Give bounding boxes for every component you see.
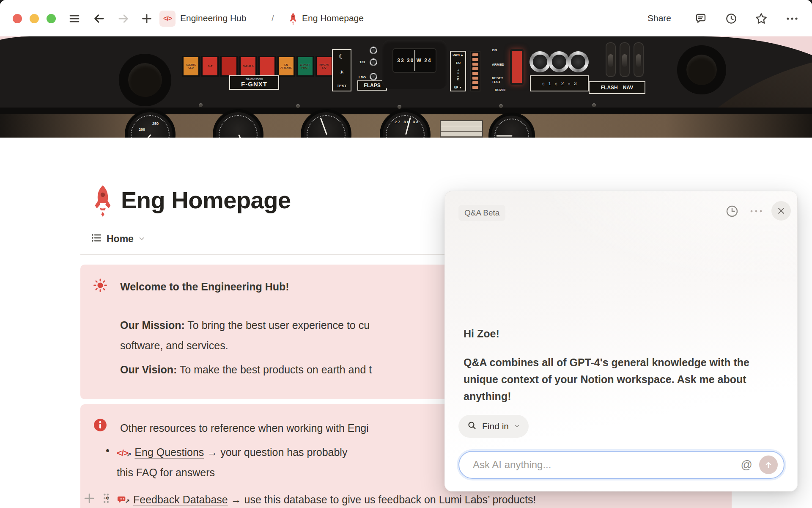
armed-switch bbox=[510, 49, 524, 85]
send-button[interactable] bbox=[759, 456, 778, 474]
titlebar: </> Engineering Hub / Eng Homepage Share bbox=[0, 0, 812, 36]
ask-ai-input-container: @ bbox=[458, 451, 785, 479]
breadcrumb-parent-icon[interactable]: </> bbox=[159, 11, 176, 27]
traffic-close-button[interactable] bbox=[13, 14, 22, 23]
find-in-button[interactable]: Find in bbox=[458, 415, 529, 438]
page-icon-rocket[interactable] bbox=[89, 184, 117, 218]
toggle-switches bbox=[606, 42, 644, 77]
qa-more-options-icon[interactable] bbox=[748, 207, 765, 215]
feedback-database-link[interactable]: Feedback Database bbox=[133, 494, 228, 505]
mission-line: Our Mission: To bring the best user expe… bbox=[120, 318, 370, 332]
rocket-icon bbox=[287, 12, 299, 25]
app-window: </> Engineering Hub / Eng Homepage Share bbox=[0, 0, 812, 508]
panel-knob bbox=[370, 47, 377, 54]
block-handles bbox=[83, 492, 111, 506]
mention-at-icon[interactable]: @ bbox=[741, 458, 752, 472]
flash-nav-plate: FLASHNAV bbox=[589, 81, 645, 94]
mission-line-2: software, and services. bbox=[120, 339, 228, 352]
ldg-label: LDG bbox=[359, 75, 366, 79]
warning-light: EN ATTENTE bbox=[277, 56, 295, 77]
info-icon bbox=[93, 418, 107, 432]
page-title[interactable]: Eng Homepage bbox=[121, 186, 291, 214]
warning-light: ALERTE CED bbox=[182, 56, 200, 77]
chrome-knob bbox=[549, 51, 570, 72]
qa-close-button[interactable] bbox=[771, 201, 791, 221]
new-page-icon[interactable] bbox=[140, 11, 154, 26]
bullet-dot: • bbox=[106, 444, 110, 457]
chevron-down-icon bbox=[138, 235, 145, 244]
compass-housing: 33 30 W 24 bbox=[382, 40, 447, 89]
eng-questions-link[interactable]: Eng Questions bbox=[134, 446, 204, 458]
traffic-zoom-button[interactable] bbox=[47, 14, 56, 23]
search-icon bbox=[467, 420, 477, 432]
list-view-icon bbox=[91, 232, 102, 246]
chrome-knob bbox=[529, 51, 551, 72]
on-label: ON bbox=[492, 48, 497, 52]
rc200-label: RC200 bbox=[495, 88, 505, 92]
resource-bullet-1: </>↗ Eng Questions → your question has p… bbox=[117, 445, 347, 460]
drag-handle-icon[interactable] bbox=[102, 492, 111, 506]
air-vent-right bbox=[677, 45, 726, 94]
sidebar-menu-icon[interactable] bbox=[68, 12, 81, 25]
comments-icon[interactable] bbox=[694, 11, 708, 26]
to-label: T/O bbox=[359, 60, 365, 64]
code-page-link-icon: </>↗ bbox=[117, 445, 128, 460]
warning-light: FACHE A bbox=[239, 56, 257, 77]
view-tab-label: Home bbox=[107, 233, 134, 245]
compass-correction-card bbox=[440, 120, 483, 138]
feedback-page-link-icon: ↗ bbox=[117, 493, 127, 506]
find-in-label: Find in bbox=[482, 421, 509, 431]
compass-window: 33 30 W 24 bbox=[392, 48, 436, 73]
registration-plate: DR400/155CDI F-GNXT bbox=[229, 75, 279, 90]
breadcrumb-parent[interactable]: Engineering Hub bbox=[180, 0, 246, 36]
warning-light bbox=[220, 56, 238, 77]
resource-bullet-2: ↗ Feedback Database → use this database … bbox=[117, 493, 536, 506]
qa-beta-badge: Q&A Beta bbox=[458, 205, 505, 221]
qa-greeting: Hi Zoe! bbox=[464, 328, 499, 340]
forward-arrow-icon[interactable] bbox=[117, 12, 130, 25]
qa-message: Q&A combines all of GPT-4's general know… bbox=[464, 354, 782, 405]
chevron-down-icon bbox=[514, 423, 520, 431]
resource-bullet-1-line2: this FAQ for answers bbox=[117, 466, 215, 479]
breadcrumb-separator: / bbox=[272, 0, 274, 36]
share-button[interactable]: Share bbox=[647, 0, 671, 36]
lamp-panel: ☼ 1 ☼ 2 ☼ 3 bbox=[530, 75, 589, 91]
back-arrow-icon[interactable] bbox=[92, 12, 106, 25]
trim-indicator-bars bbox=[470, 51, 480, 91]
resources-intro: Other resources to reference when workin… bbox=[120, 421, 369, 435]
view-tab-home[interactable]: Home bbox=[91, 232, 145, 246]
chrome-knob bbox=[568, 51, 589, 72]
breadcrumb-current[interactable]: Eng Homepage bbox=[302, 0, 364, 36]
panel-knob bbox=[370, 58, 377, 66]
updates-clock-icon[interactable] bbox=[724, 11, 738, 26]
warning-light: CHAUFF PITOT bbox=[296, 56, 314, 77]
welcome-heading: Welcome to the Engineering Hub! bbox=[120, 280, 289, 293]
warning-light bbox=[258, 56, 276, 77]
armed-label: ARMED bbox=[492, 63, 504, 66]
favorite-star-icon[interactable] bbox=[754, 11, 769, 26]
test-panel: ☾ ☀ TEST bbox=[332, 49, 351, 91]
panel-knob bbox=[370, 73, 377, 80]
add-block-icon[interactable] bbox=[83, 492, 96, 506]
more-options-icon[interactable] bbox=[785, 13, 799, 25]
traffic-minimize-button[interactable] bbox=[30, 14, 39, 23]
vision-line: Our Vision: To make the best products on… bbox=[120, 363, 372, 376]
warning-light: ALT bbox=[201, 56, 219, 77]
qa-history-clock-icon[interactable] bbox=[725, 204, 739, 218]
annunciator-lights: ALERTE CED ALT FACHE A EN ATTENTE CHAUFF… bbox=[182, 56, 333, 77]
qa-assistant-panel: Q&A Beta Hi Zoe! Q&A combines all of GPT… bbox=[444, 191, 798, 491]
warning-light: NIVEAU LIQ bbox=[315, 56, 333, 77]
sun-icon bbox=[93, 278, 107, 293]
reset-test-label: RESET TEST bbox=[492, 76, 506, 84]
page-cover-image[interactable]: ALERTE CED ALT FACHE A EN ATTENTE CHAUFF… bbox=[0, 36, 812, 138]
ask-ai-input[interactable] bbox=[473, 459, 741, 471]
trim-panel: DWN ▲ T/O T R I M UP ▼ bbox=[450, 51, 466, 91]
